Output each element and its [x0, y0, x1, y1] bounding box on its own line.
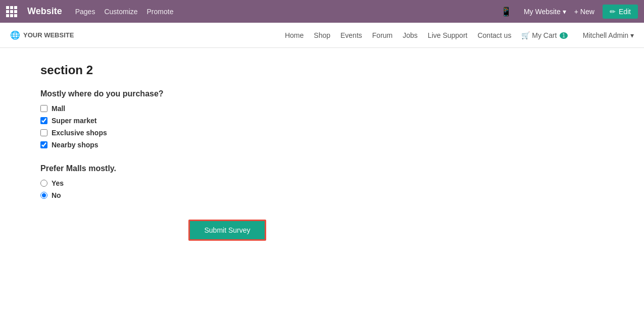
option-supermarket[interactable]: Super market: [40, 117, 414, 125]
new-button[interactable]: + New: [574, 8, 595, 16]
option-yes[interactable]: Yes: [40, 179, 414, 187]
my-website-btn[interactable]: My Website ▾: [524, 8, 566, 16]
nav-events[interactable]: Events: [340, 31, 362, 39]
admin-nav: Pages Customize Promote: [75, 8, 174, 16]
nav-jobs[interactable]: Jobs: [403, 31, 418, 39]
site-nav: 🌐 YOUR WEBSITE Home Shop Events Forum Jo…: [0, 23, 644, 48]
edit-button[interactable]: ✏ Edit: [603, 5, 638, 19]
checkbox-nearby-shops[interactable]: [40, 141, 47, 148]
option-exclusive-shops[interactable]: Exclusive shops: [40, 129, 414, 137]
globe-icon: 🌐: [10, 30, 20, 40]
submit-area: Submit Survey: [40, 220, 414, 241]
question-1-text: Mostly where do you purchase?: [40, 89, 414, 98]
site-logo: 🌐 YOUR WEBSITE: [10, 30, 74, 40]
main-content: section 2 Mostly where do you purchase? …: [0, 48, 455, 256]
admin-site-name: Website: [27, 6, 62, 17]
nav-shop[interactable]: Shop: [314, 31, 330, 39]
site-nav-links: Home Shop Events Forum Jobs Live Support…: [285, 31, 634, 39]
chevron-down-icon: ▾: [630, 31, 634, 39]
checkbox-exclusive-shops[interactable]: [40, 129, 47, 136]
submit-survey-button[interactable]: Submit Survey: [188, 220, 266, 241]
nav-forum[interactable]: Forum: [372, 31, 392, 39]
checkbox-mall[interactable]: [40, 105, 47, 112]
admin-nav-pages[interactable]: Pages: [75, 8, 95, 16]
option-no[interactable]: No: [40, 191, 414, 199]
checkbox-supermarket[interactable]: [40, 117, 47, 124]
section-title: section 2: [40, 63, 414, 77]
radio-yes[interactable]: [40, 180, 47, 187]
mobile-icon[interactable]: 📱: [501, 6, 512, 17]
nav-cart[interactable]: 🛒 My Cart 1: [521, 31, 567, 39]
radio-no[interactable]: [40, 192, 47, 199]
cart-icon: 🛒: [521, 31, 530, 39]
option-mall[interactable]: Mall: [40, 104, 414, 113]
option-nearby-shops[interactable]: Nearby shops: [40, 141, 414, 149]
grid-icon[interactable]: [6, 6, 17, 17]
nav-home[interactable]: Home: [285, 31, 304, 39]
admin-bar: Website Pages Customize Promote 📱 My Web…: [0, 0, 644, 23]
admin-nav-customize[interactable]: Customize: [104, 8, 137, 16]
admin-nav-promote[interactable]: Promote: [147, 8, 174, 16]
pencil-icon: ✏: [610, 8, 616, 16]
cart-count-badge: 1: [560, 32, 568, 39]
user-menu[interactable]: Mitchell Admin ▾: [583, 31, 634, 39]
nav-live-support[interactable]: Live Support: [428, 31, 468, 39]
question-1-block: Mostly where do you purchase? Mall Super…: [40, 89, 414, 149]
nav-contact-us[interactable]: Contact us: [477, 31, 511, 39]
question-2-block: Prefer Malls mostly. Yes No: [40, 164, 414, 199]
question-2-text: Prefer Malls mostly.: [40, 164, 414, 173]
